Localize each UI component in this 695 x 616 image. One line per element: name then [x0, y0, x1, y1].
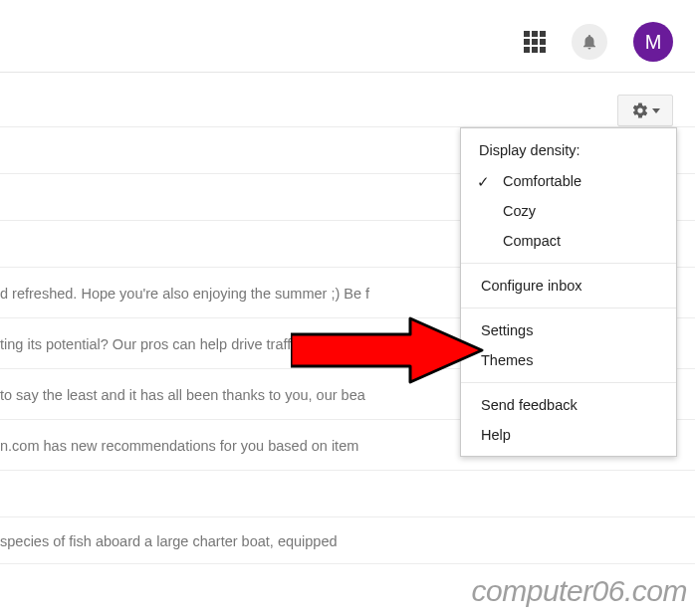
mail-snippet: ting its potential? Our pros can help dr…: [0, 336, 336, 352]
menu-separator: [461, 263, 676, 264]
account-avatar[interactable]: M: [633, 22, 673, 62]
menu-help[interactable]: Help: [461, 420, 676, 450]
settings-menu: Display density: ✓ Comfortable Cozy Comp…: [460, 127, 677, 457]
menu-item-label: Cozy: [503, 203, 536, 219]
menu-item-label: Themes: [481, 352, 533, 368]
menu-item-label: Configure inbox: [481, 278, 582, 294]
settings-gear-button[interactable]: [617, 95, 673, 126]
menu-configure-inbox[interactable]: Configure inbox: [461, 271, 676, 301]
apps-grid-icon[interactable]: [524, 31, 546, 53]
app-header: M: [0, 0, 695, 72]
menu-item-label: Compact: [503, 233, 561, 249]
mail-snippet: d refreshed. Hope you're also enjoying t…: [0, 286, 369, 302]
menu-density-comfortable[interactable]: ✓ Comfortable: [461, 166, 676, 196]
notifications-button[interactable]: [572, 24, 607, 60]
header-actions: M: [524, 22, 673, 62]
mail-row[interactable]: species of fish aboard a large charter b…: [0, 516, 695, 564]
mail-snippet: species of fish aboard a large charter b…: [0, 533, 338, 549]
menu-separator: [461, 308, 676, 308]
menu-density-compact[interactable]: Compact: [461, 226, 676, 256]
check-icon: ✓: [477, 173, 490, 191]
avatar-initial: M: [645, 31, 662, 54]
bell-icon: [580, 33, 598, 51]
mail-row[interactable]: 10:13 am: [0, 470, 695, 517]
watermark: computer06.com: [472, 574, 687, 608]
menu-separator: [461, 382, 676, 383]
menu-item-label: Send feedback: [481, 397, 578, 413]
chevron-down-icon: [652, 108, 660, 113]
menu-item-label: Help: [481, 427, 511, 443]
menu-item-label: Comfortable: [503, 173, 581, 189]
header-separator: [0, 72, 695, 73]
menu-themes[interactable]: Themes: [461, 345, 676, 375]
menu-send-feedback[interactable]: Send feedback: [461, 390, 676, 420]
mail-snippet: n.com has new recommendations for you ba…: [0, 438, 358, 454]
gear-icon: [631, 102, 649, 119]
menu-density-cozy[interactable]: Cozy: [461, 196, 676, 226]
menu-section-header: Display density:: [461, 136, 676, 166]
mail-snippet: to say the least and it has all been tha…: [0, 387, 365, 403]
menu-settings[interactable]: Settings: [461, 315, 676, 345]
menu-item-label: Settings: [481, 322, 533, 338]
